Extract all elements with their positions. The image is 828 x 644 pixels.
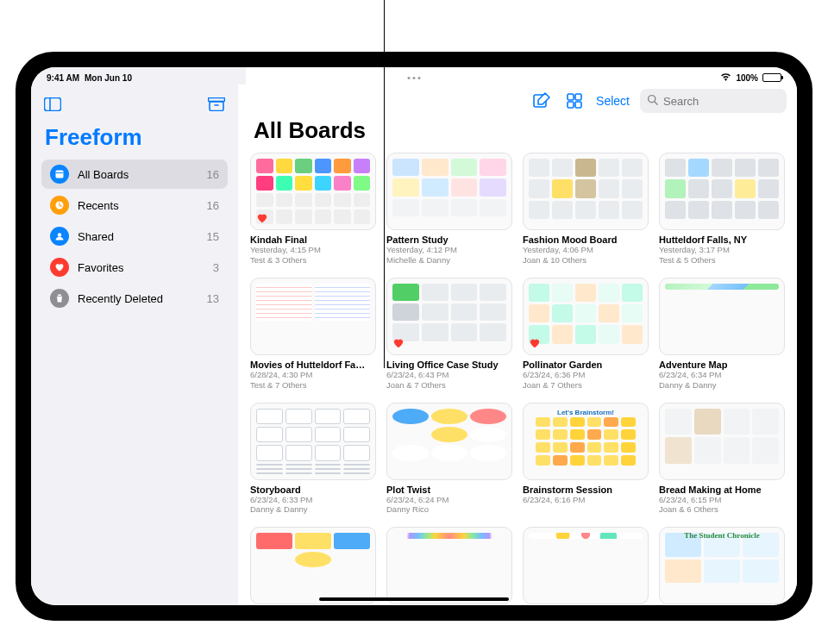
- sidebar-item-label: Recently Deleted: [78, 292, 198, 305]
- svg-rect-10: [568, 94, 574, 100]
- board-collaborators: Danny Rico: [386, 504, 512, 515]
- search-input[interactable]: [663, 95, 797, 108]
- board-title: Hutteldorf Falls, NY: [659, 234, 785, 245]
- new-board-button[interactable]: [530, 90, 553, 112]
- board-card[interactable]: Pollinator Garden6/23/24, 6:36 PMJoan & …: [523, 278, 649, 391]
- board-collaborators: Joan & 7 Others: [523, 380, 649, 391]
- status-bar: 9:41 AM Mon Jun 10 100%: [31, 67, 797, 84]
- svg-rect-12: [568, 102, 574, 108]
- board-collaborators: Joan & 10 Others: [523, 255, 649, 266]
- sidebar-item-recently-deleted[interactable]: Recently Deleted13: [41, 284, 228, 313]
- board-card[interactable]: Storyboard6/23/24, 6:33 PMDanny & Danny: [250, 403, 376, 516]
- board-date: 6/23/24, 6:16 PM: [523, 495, 649, 505]
- battery-icon: [762, 73, 781, 82]
- svg-point-8: [58, 233, 62, 237]
- wifi-icon: [720, 72, 731, 83]
- thumb-overlay-text: Let's Brainstorm!: [524, 409, 648, 416]
- svg-rect-5: [56, 171, 64, 178]
- board-date: 6/23/24, 6:15 PM: [659, 495, 785, 505]
- board-title: Movies of Hutteldorf Fa…: [250, 360, 376, 370]
- board-title: Bread Making at Home: [659, 485, 785, 495]
- board-card[interactable]: Kindah FinalYesterday, 4:15 PMTest & 3 O…: [250, 153, 376, 266]
- home-indicator[interactable]: [319, 597, 509, 601]
- status-time: 9:41 AM: [47, 73, 79, 83]
- ipad-device-frame: 9:41 AM Mon Jun 10 100%: [16, 52, 812, 621]
- board-collaborators: Danny & Danny: [250, 504, 376, 515]
- board-title: Brainstorm Session: [523, 485, 649, 495]
- favorite-heart-icon: [392, 337, 405, 349]
- battery-pct: 100%: [736, 73, 758, 83]
- toggle-sidebar-button[interactable]: [41, 93, 64, 116]
- board-card[interactable]: Plot Twist6/23/24, 6:24 PMDanny Rico: [386, 403, 512, 516]
- sidebar-item-favorites[interactable]: Favorites3: [41, 253, 228, 282]
- sidebar-item-shared[interactable]: Shared15: [41, 222, 228, 251]
- board-card[interactable]: Hutteldorf Falls, NYYesterday, 3:17 PMTe…: [659, 153, 785, 266]
- main-content: Select All Boards Kindah FinalYesterday,…: [238, 84, 797, 605]
- sidebar-item-label: Recents: [78, 199, 198, 212]
- view-options-button[interactable]: [563, 90, 586, 112]
- board-card[interactable]: Let's Brainstorm!Brainstorm Session6/23/…: [523, 403, 649, 516]
- board-date: 6/23/24, 6:34 PM: [659, 370, 785, 380]
- board-card[interactable]: The Student Chronicle: [659, 527, 785, 604]
- sidebar-item-recents[interactable]: Recents16: [41, 191, 228, 220]
- board-date: Yesterday, 4:15 PM: [250, 245, 376, 255]
- board-thumbnail: [386, 527, 512, 604]
- board-date: Yesterday, 4:06 PM: [523, 245, 649, 255]
- board-thumbnail: [250, 153, 376, 230]
- sidebar-item-count: 3: [213, 261, 219, 274]
- sidebar: Freeform All Boards16Recents16Shared15Fa…: [31, 84, 238, 605]
- page-title: All Boards: [238, 117, 797, 153]
- board-thumbnail: [250, 278, 376, 355]
- board-card[interactable]: Living Office Case Study6/23/24, 6:43 PM…: [386, 278, 512, 391]
- sidebar-item-label: Favorites: [78, 261, 204, 274]
- board-card[interactable]: [386, 527, 512, 604]
- board-card[interactable]: [250, 527, 376, 604]
- board-card[interactable]: [523, 527, 649, 604]
- board-date: 6/23/24, 6:33 PM: [250, 495, 376, 505]
- board-date: 6/23/24, 6:43 PM: [386, 370, 512, 380]
- board-thumbnail: [386, 153, 512, 230]
- board-collaborators: Danny & Danny: [659, 380, 785, 391]
- board-collaborators: Test & 5 Others: [659, 255, 785, 266]
- board-thumbnail: [523, 153, 649, 230]
- board-thumbnail: [386, 403, 512, 480]
- board-card[interactable]: Movies of Hutteldorf Fa…6/28/24, 4:30 PM…: [250, 278, 376, 391]
- board-title: Storyboard: [250, 485, 376, 495]
- app-title: Freeform: [45, 124, 224, 151]
- svg-rect-3: [210, 102, 223, 111]
- favorite-heart-icon: [256, 212, 268, 224]
- board-date: 6/28/24, 4:30 PM: [250, 370, 376, 380]
- board-collaborators: Joan & 6 Others: [659, 504, 785, 515]
- clock-icon: [50, 196, 69, 215]
- people-icon: [50, 227, 69, 246]
- select-button[interactable]: Select: [596, 94, 630, 108]
- sidebar-item-count: 13: [207, 292, 219, 305]
- search-field[interactable]: [640, 89, 787, 113]
- favorite-heart-icon: [529, 337, 541, 349]
- thumb-overlay-text: The Student Chronicle: [660, 531, 784, 540]
- board-card[interactable]: Fashion Mood BoardYesterday, 4:06 PMJoan…: [523, 153, 649, 266]
- svg-line-15: [655, 102, 657, 104]
- board-thumbnail: [659, 403, 785, 480]
- board-date: Yesterday, 3:17 PM: [659, 245, 785, 255]
- board-collaborators: Test & 3 Others: [250, 255, 376, 266]
- sidebar-item-all-boards[interactable]: All Boards16: [41, 159, 228, 189]
- callout-line: [384, 0, 385, 368]
- board-thumbnail: [523, 527, 649, 604]
- board-title: Adventure Map: [659, 360, 785, 370]
- svg-rect-13: [575, 102, 581, 108]
- sidebar-item-label: Shared: [78, 230, 198, 243]
- multitask-dots[interactable]: [408, 77, 421, 79]
- archive-button[interactable]: [205, 93, 228, 116]
- board-thumbnail: [250, 527, 376, 604]
- boards-scroll[interactable]: Kindah FinalYesterday, 4:15 PMTest & 3 O…: [238, 153, 797, 605]
- board-date: Yesterday, 4:12 PM: [386, 245, 512, 255]
- board-thumbnail: [250, 403, 376, 480]
- svg-rect-2: [209, 98, 225, 102]
- board-thumbnail: [659, 278, 785, 355]
- board-card[interactable]: Adventure Map6/23/24, 6:34 PMDanny & Dan…: [659, 278, 785, 391]
- board-card[interactable]: Pattern StudyYesterday, 4:12 PMMichelle …: [386, 153, 512, 266]
- board-card[interactable]: Bread Making at Home6/23/24, 6:15 PMJoan…: [659, 403, 785, 516]
- svg-rect-11: [575, 94, 581, 100]
- screen: 9:41 AM Mon Jun 10 100%: [31, 67, 797, 605]
